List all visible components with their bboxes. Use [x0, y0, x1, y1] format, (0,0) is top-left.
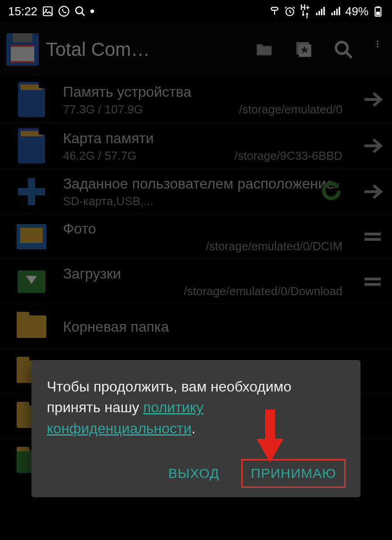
svg-rect-7 — [377, 6, 380, 8]
battery-icon — [372, 5, 384, 17]
drag-handle-icon[interactable] — [357, 271, 388, 292]
plus-icon — [0, 178, 63, 205]
folder-toolbar-icon[interactable] — [254, 40, 274, 59]
row-title: Заданное пользователем расположение — [63, 175, 342, 193]
row-path: /storage/emulated/0/DCIM — [206, 239, 342, 253]
row-path: /storage/9C33-6BBD — [234, 149, 342, 163]
more-notifications-icon — [90, 9, 94, 13]
privacy-dialog: Чтобы продолжить, вам необходимо принять… — [32, 360, 360, 497]
row-title: Фото — [63, 220, 342, 238]
row-path: /storage/emulated/0 — [239, 103, 342, 117]
recycle-icon — [269, 5, 280, 17]
svg-point-14 — [377, 43, 378, 45]
list-item[interactable]: Корневая папка — [0, 304, 392, 349]
search-icon[interactable] — [333, 40, 353, 59]
app-toolbar: Total Com… — [0, 22, 392, 76]
row-subtitle: SD-карта,USB,... — [63, 194, 342, 208]
list-item[interactable]: Карта памяти 46.2G / 57.7G /storage/9C33… — [0, 123, 392, 169]
dialog-text-suffix: . — [192, 420, 196, 436]
list-item[interactable]: Память устройства 77.3G / 107.9G /storag… — [0, 76, 392, 123]
alarm-icon — [284, 5, 296, 17]
list-item[interactable]: Фото /storage/emulated/0/DCIM — [0, 214, 392, 259]
row-title: Память устройства — [63, 83, 342, 101]
dialog-message: Чтобы продолжить, вам необходимо принять… — [47, 376, 345, 439]
refresh-icon[interactable] — [320, 180, 342, 204]
app-title: Total Com… — [46, 39, 247, 60]
app-icon — [6, 33, 39, 66]
sd-card-icon — [0, 82, 63, 117]
list-item[interactable]: Загрузки /storage/emulated/0/Download — [0, 259, 392, 304]
svg-point-3 — [76, 7, 82, 14]
battery-percentage: 49% — [345, 4, 369, 18]
svg-rect-23 — [265, 410, 275, 441]
row-subtitle: 77.3G / 107.9G — [63, 103, 143, 117]
svg-point-1 — [45, 9, 47, 11]
svg-point-15 — [377, 46, 378, 48]
svg-line-4 — [81, 13, 85, 16]
sd-card-icon — [0, 128, 63, 163]
gallery-icon — [42, 5, 54, 17]
viber-icon — [58, 5, 70, 17]
row-path: /storage/emulated/0/Download — [184, 284, 342, 298]
svg-line-12 — [346, 52, 352, 58]
exit-button[interactable]: ВЫХОД — [159, 459, 229, 487]
network-type-icon: H+ — [299, 5, 311, 17]
arrow-right-icon[interactable] — [357, 181, 388, 202]
status-time: 15:22 — [8, 4, 37, 18]
list-item[interactable]: Заданное пользователем расположение SD-к… — [0, 169, 392, 214]
status-bar: 15:22 H+ 49% — [0, 0, 392, 22]
svg-point-13 — [377, 40, 378, 42]
overflow-menu-icon[interactable] — [373, 40, 382, 59]
signal-2-icon — [330, 5, 342, 17]
row-title: Корневая папка — [63, 318, 342, 336]
svg-marker-24 — [257, 439, 284, 463]
signal-1-icon — [315, 5, 326, 17]
row-subtitle: 46.2G / 57.7G — [63, 149, 136, 163]
arrow-right-icon[interactable] — [357, 89, 388, 110]
svg-rect-8 — [376, 12, 380, 15]
svg-rect-0 — [43, 7, 52, 16]
photo-icon — [0, 224, 63, 249]
row-title: Карта памяти — [63, 129, 342, 147]
folder-icon — [0, 315, 63, 338]
bookmarks-icon[interactable] — [294, 40, 314, 59]
network-type-label: H+ — [301, 4, 310, 12]
arrow-right-icon[interactable] — [357, 135, 388, 157]
search-status-icon — [74, 5, 86, 17]
svg-point-11 — [336, 42, 348, 54]
svg-point-2 — [59, 6, 69, 16]
drag-handle-icon[interactable] — [357, 226, 388, 248]
row-title: Загрузки — [63, 265, 342, 283]
annotation-arrow-icon — [254, 410, 286, 465]
download-icon — [0, 270, 63, 293]
